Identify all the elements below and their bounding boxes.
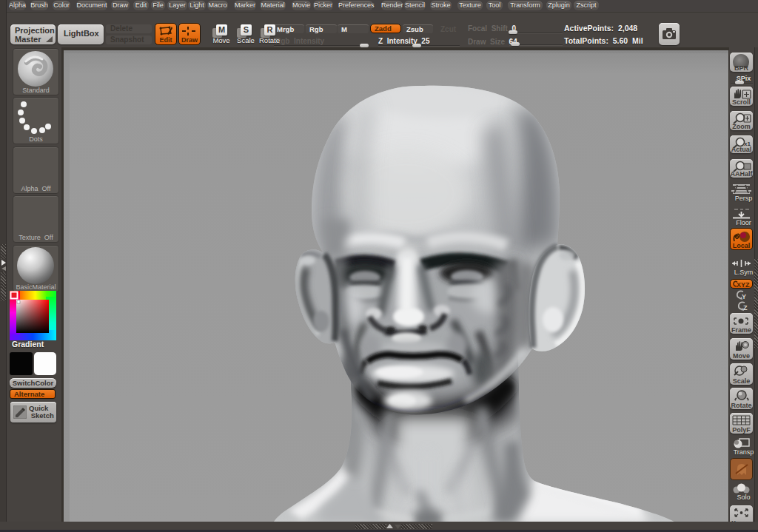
svg-text:Y: Y [742, 293, 746, 300]
svg-text:XYZ: XYZ [737, 281, 750, 289]
svg-text:Z: Z [743, 304, 748, 312]
